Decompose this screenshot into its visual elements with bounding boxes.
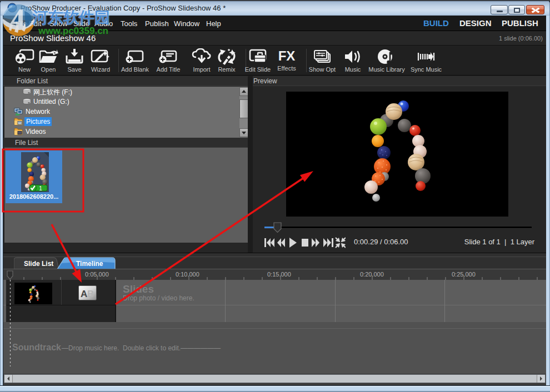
svg-text:A: A xyxy=(81,289,87,299)
svg-text:B: B xyxy=(87,289,94,299)
svg-text:Timeline: Timeline xyxy=(76,260,103,268)
svg-text:Slide List: Slide List xyxy=(24,260,53,268)
svg-text:1: 1 xyxy=(39,185,42,192)
